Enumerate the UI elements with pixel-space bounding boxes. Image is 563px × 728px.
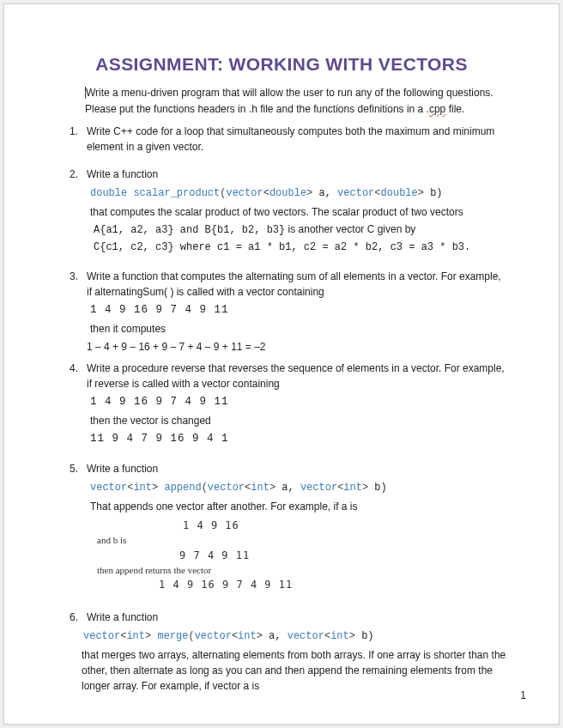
question-body: Write C++ code for a loop that simultane… bbox=[87, 124, 512, 155]
number-sequence: 1 4 9 16 9 7 4 9 11 bbox=[90, 302, 509, 318]
kw-type: int bbox=[126, 630, 145, 642]
angle-close: > bbox=[257, 630, 263, 642]
math-expression: 1 – 4 + 9 – 16 + 9 – 7 + 4 – 9 + 11 = –2 bbox=[87, 339, 509, 355]
kw-type: int bbox=[238, 630, 257, 642]
angle-close: > bbox=[349, 630, 355, 642]
kw-vector: vector bbox=[195, 630, 232, 642]
kw-type: int bbox=[251, 482, 269, 494]
question-lead: Write a function bbox=[87, 610, 509, 625]
code-expr: A{a1, a2, a3} and B{b1, b2, b3} bbox=[94, 224, 285, 236]
question-number: 4. bbox=[68, 361, 87, 450]
spellcheck-cpp: cpp bbox=[429, 103, 445, 115]
question-4: 4. Write a procedure reverse that revers… bbox=[68, 361, 512, 450]
code-expr: C{c1, c2, c3} where c1 = a1 * b1, c2 = a… bbox=[94, 240, 509, 255]
angle-close: > bbox=[418, 187, 424, 199]
function-signature: vector<int> append(vector<int> a, vector… bbox=[90, 480, 509, 495]
open-paren: ( bbox=[188, 630, 194, 642]
question-text: that computes the scalar product of two … bbox=[90, 204, 509, 220]
param-name: b) bbox=[368, 482, 387, 494]
function-signature: vector<int> merge(vector<int> a, vector<… bbox=[83, 628, 509, 644]
question-body: Write a function that computes the alter… bbox=[87, 269, 512, 357]
kw-type: int bbox=[330, 630, 349, 642]
question-number: 1. bbox=[68, 124, 87, 155]
kw-function: append bbox=[158, 482, 201, 494]
kw-type: int bbox=[343, 482, 362, 494]
question-lead: Write a function bbox=[87, 461, 509, 476]
number-sequence: 9 7 4 9 11 bbox=[179, 548, 509, 563]
angle-open: < bbox=[232, 630, 238, 642]
question-1: 1. Write C++ code for a loop that simult… bbox=[68, 124, 512, 155]
open-paren: ( bbox=[202, 482, 208, 494]
question-body: Write a procedure reverse that reverses … bbox=[87, 361, 512, 450]
param-name: a, bbox=[263, 630, 288, 642]
kw-vector: vector bbox=[300, 482, 337, 494]
angle-close: > bbox=[269, 482, 275, 494]
number-sequence: 1 4 9 16 bbox=[183, 518, 509, 533]
document-page: ASSIGNMENT: WORKING WITH VECTORS Write a… bbox=[3, 3, 560, 725]
number-sequence: 1 4 9 16 9 7 4 9 11 bbox=[159, 577, 509, 592]
angle-open: < bbox=[263, 187, 269, 199]
kw-type: int bbox=[133, 482, 152, 494]
question-text: that merges two arrays, alternating elem… bbox=[82, 647, 509, 694]
example-block: 1 4 9 16 and b is 9 7 4 9 11 then append… bbox=[97, 518, 509, 592]
question-text: then it computes bbox=[90, 321, 509, 337]
question-number: 5. bbox=[68, 461, 87, 598]
kw-vector: vector bbox=[208, 482, 245, 494]
question-5: 5. Write a function vector<int> append(v… bbox=[68, 461, 512, 598]
question-text: That appends one vector after another. F… bbox=[90, 499, 509, 514]
question-3: 3. Write a function that computes the al… bbox=[68, 269, 512, 357]
example-label: and b is bbox=[97, 533, 509, 548]
text: is another vector C given by bbox=[285, 223, 415, 235]
kw-type: double bbox=[90, 187, 127, 199]
question-6: 6. Write a function vector<int> merge(ve… bbox=[68, 610, 512, 694]
kw-vector: vector bbox=[288, 630, 324, 642]
param-name: b) bbox=[355, 630, 374, 642]
kw-type: double bbox=[269, 187, 306, 199]
page-title: ASSIGNMENT: WORKING WITH VECTORS bbox=[51, 54, 512, 75]
kw-function: scalar_product bbox=[133, 187, 220, 199]
intro-text-2: file. bbox=[445, 103, 464, 115]
question-text: Write a procedure reverse that reverses … bbox=[87, 361, 509, 391]
question-2: 2. Write a function double scalar_produc… bbox=[68, 167, 512, 257]
kw-function: merge bbox=[151, 630, 188, 642]
question-number: 2. bbox=[68, 167, 87, 257]
example-label: then append returns the vector bbox=[97, 563, 509, 578]
question-number: 3. bbox=[68, 269, 87, 357]
intro-paragraph: Write a menu-driven program that will al… bbox=[85, 85, 505, 117]
angle-open: < bbox=[374, 187, 380, 199]
page-number: 1 bbox=[520, 689, 526, 701]
question-body: Write a function double scalar_product(v… bbox=[87, 167, 512, 257]
question-text: A{a1, a2, a3} and B{b1, b2, b3} is anoth… bbox=[94, 221, 509, 238]
function-signature: double scalar_product(vector<double> a, … bbox=[90, 185, 509, 201]
number-sequence: 11 9 4 7 9 16 9 4 1 bbox=[90, 431, 509, 447]
param-name: a, bbox=[312, 187, 337, 199]
question-body: Write a function vector<int> merge(vecto… bbox=[87, 610, 512, 694]
kw-vector: vector bbox=[90, 482, 127, 494]
question-text: Write a function that computes the alter… bbox=[87, 269, 509, 300]
param-name: b) bbox=[424, 187, 443, 199]
question-text: then the vector is changed bbox=[90, 413, 509, 428]
param-name: a, bbox=[275, 482, 300, 494]
question-body: Write a function vector<int> append(vect… bbox=[87, 461, 512, 598]
kw-vector: vector bbox=[83, 630, 120, 642]
question-lead: Write a function bbox=[87, 167, 509, 182]
number-sequence: 1 4 9 16 9 7 4 9 11 bbox=[90, 394, 509, 410]
kw-vector: vector bbox=[337, 187, 374, 199]
kw-type: double bbox=[381, 187, 418, 199]
kw-vector: vector bbox=[226, 187, 263, 199]
